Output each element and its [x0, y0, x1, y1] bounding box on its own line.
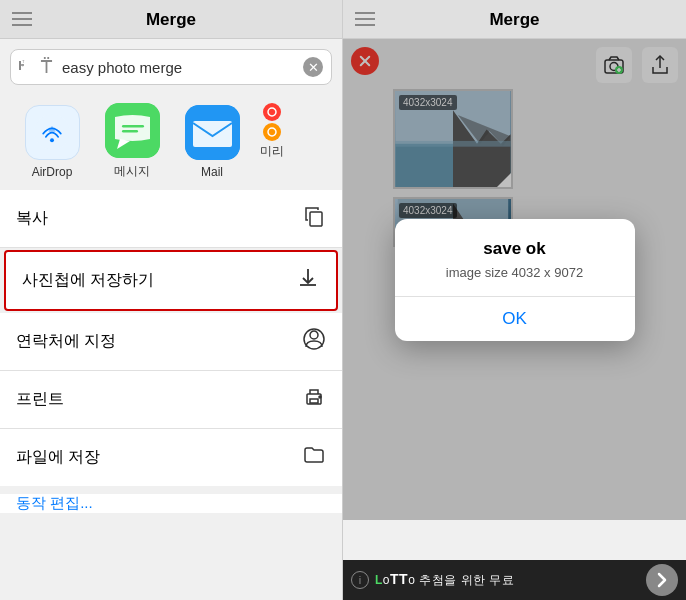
share-item-messages[interactable]: 메시지 [92, 103, 172, 180]
mail-icon [185, 105, 240, 160]
svg-rect-8 [122, 130, 138, 133]
right-menu-icon[interactable] [355, 12, 375, 26]
svg-rect-17 [310, 399, 318, 403]
left-menu-icon[interactable] [12, 12, 32, 26]
action-save-photo[interactable]: 사진첩에 저장하기 [4, 250, 338, 311]
search-bar: T T T̈ ✕ [10, 49, 332, 85]
dialog-title: save ok [411, 239, 619, 259]
right-title: Merge [489, 10, 539, 29]
svg-point-18 [319, 396, 321, 398]
share-row: AirDrop 메시지 [0, 93, 342, 186]
svg-point-5 [50, 138, 54, 142]
messages-label: 메시지 [114, 163, 150, 180]
copy-icon [302, 204, 326, 233]
mail-label: Mail [201, 165, 223, 179]
search-input[interactable] [62, 59, 297, 76]
svg-point-11 [268, 108, 276, 116]
messages-icon [105, 103, 160, 158]
svg-text:T: T [22, 64, 24, 68]
share-item-airdrop[interactable]: AirDrop [12, 105, 92, 179]
airdrop-label: AirDrop [32, 165, 73, 179]
right-header: Merge [343, 0, 686, 39]
right-panel: Merge [343, 0, 686, 600]
action-copy[interactable]: 복사 [0, 190, 342, 248]
action-contact[interactable]: 연락처에 지정 [0, 313, 342, 371]
action-contact-label: 연락처에 지정 [16, 331, 116, 352]
action-save-file[interactable]: 파일에 저장 [0, 429, 342, 486]
dialog-ok-button[interactable]: OK [411, 297, 619, 341]
svg-point-12 [268, 128, 276, 136]
svg-point-14 [310, 331, 318, 339]
ad-arrow-button[interactable] [646, 564, 678, 596]
svg-rect-7 [122, 125, 144, 128]
download-icon [296, 266, 320, 295]
svg-rect-10 [193, 121, 232, 147]
dot-orange [263, 123, 281, 141]
edit-actions-link[interactable]: 동작 편집... [0, 480, 109, 525]
text-format-icon: T̈ [41, 56, 52, 78]
font-icon: T T [19, 57, 35, 77]
right-content: 4032x3024 4032x3024 save ok image size 4… [343, 39, 686, 560]
dialog-subtitle: image size 4032 x 9072 [411, 265, 619, 280]
ad-banner: i LoTTo 추첨을 위한 무료 [343, 560, 686, 600]
share-item-mail[interactable]: Mail [172, 105, 252, 179]
action-print-label: 프린트 [16, 389, 64, 410]
left-title: Merge [146, 10, 196, 29]
action-print[interactable]: 프린트 [0, 371, 342, 429]
ad-text: LoTTo 추첨을 위한 무료 [375, 571, 640, 589]
contact-icon [302, 327, 326, 356]
edit-actions-container: 동작 편집... [0, 494, 342, 513]
folder-icon [302, 443, 326, 472]
action-save-file-label: 파일에 저장 [16, 447, 100, 468]
share-more[interactable]: 미리 [252, 103, 292, 160]
save-dialog: save ok image size 4032 x 9072 OK [395, 219, 635, 341]
search-clear-button[interactable]: ✕ [303, 57, 323, 77]
more-label: 미리 [260, 143, 284, 160]
print-icon [302, 385, 326, 414]
svg-rect-13 [310, 212, 322, 226]
left-panel: Merge T T T̈ ✕ [0, 0, 343, 600]
ad-info-icon: i [351, 571, 369, 589]
dot-red [263, 103, 281, 121]
action-copy-label: 복사 [16, 208, 48, 229]
ad-info-label: i [359, 574, 361, 586]
action-list: 복사 사진첩에 저장하기 연락처에 지정 [0, 190, 342, 486]
dialog-overlay: save ok image size 4032 x 9072 OK [343, 39, 686, 520]
airdrop-icon [25, 105, 80, 160]
left-header: Merge [0, 0, 342, 39]
action-save-photo-label: 사진첩에 저장하기 [22, 270, 154, 291]
